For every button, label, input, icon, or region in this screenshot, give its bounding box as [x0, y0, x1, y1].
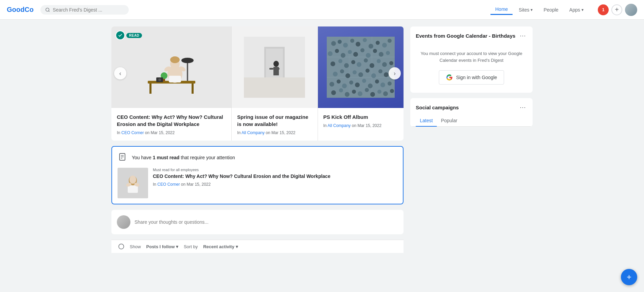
svg-rect-25: [244, 77, 305, 98]
social-campaigns-more-button[interactable]: ⋯: [518, 103, 527, 112]
nav-home[interactable]: Home: [490, 4, 513, 15]
svg-rect-11: [187, 60, 188, 81]
svg-point-89: [383, 91, 388, 96]
must-read-banner: You have 1 must read that require your a…: [111, 146, 404, 204]
svg-rect-4: [192, 84, 194, 94]
header-actions: 1 +: [598, 4, 637, 16]
notification-badge[interactable]: 1: [598, 4, 609, 15]
main-nav: Home Sites ▾ People Apps ▾: [490, 4, 588, 15]
svg-point-83: [345, 92, 350, 97]
svg-point-68: [378, 69, 382, 73]
sort-select[interactable]: Recent activity ▾: [203, 244, 238, 249]
svg-point-46: [360, 48, 364, 52]
read-badge-wrapper: READ: [115, 31, 142, 40]
svg-point-61: [333, 72, 338, 76]
chevron-posts-icon: ▾: [176, 244, 178, 249]
tab-latest[interactable]: Latest: [416, 115, 437, 127]
svg-point-101: [119, 244, 124, 249]
carousel-slide-2[interactable]: Spring issue of our magazine is now avai…: [232, 26, 317, 141]
slide-2-location-link[interactable]: All Company: [242, 130, 265, 135]
calendar-widget: Events from Google Calendar - Birthdays …: [410, 26, 533, 93]
svg-point-53: [344, 63, 349, 68]
social-campaigns-tabs: Latest Popular: [410, 115, 533, 127]
search-icon: [45, 7, 50, 13]
svg-point-32: [338, 40, 342, 44]
article-location-link[interactable]: CEO Corner: [157, 182, 180, 187]
svg-point-90: [390, 89, 394, 93]
slide-3-meta: In All Company on Mar 15, 2022: [323, 123, 398, 128]
search-bar[interactable]: [40, 5, 129, 15]
article-meta: In CEO Corner on Mar 15, 2022: [153, 182, 397, 187]
app-logo[interactable]: GoodCo: [7, 6, 34, 14]
calendar-more-button[interactable]: ⋯: [518, 31, 527, 40]
calendar-connect-text: You must connect your account to view yo…: [416, 50, 527, 63]
sort-icon: [118, 243, 124, 250]
svg-point-69: [384, 72, 389, 77]
slide-1-info: CEO Content: Why Act? Why Now? Cultural …: [111, 108, 231, 141]
svg-point-84: [352, 90, 356, 94]
svg-point-58: [377, 59, 381, 63]
slide-3-info: PS Kick Off Album In All Company on Mar …: [318, 108, 404, 133]
slide-1-title: CEO Content: Why Act? Why Now? Cultural …: [117, 113, 226, 128]
svg-point-37: [369, 44, 373, 49]
slide-3-image: [318, 26, 404, 108]
svg-point-44: [348, 50, 352, 54]
svg-point-59: [382, 62, 387, 67]
article-info: Must read for all employees CEO Content:…: [153, 168, 397, 187]
posts-filter[interactable]: Posts I follow ▾: [146, 244, 178, 249]
svg-rect-24: [275, 68, 280, 70]
svg-point-40: [388, 39, 392, 43]
nav-sites[interactable]: Sites ▾: [514, 5, 537, 15]
gallery-illustration: [244, 37, 305, 98]
svg-point-88: [377, 90, 381, 94]
main-layout: READ ‹: [105, 20, 539, 260]
slide-3-location-link[interactable]: All Company: [327, 123, 351, 128]
svg-point-97: [129, 176, 136, 184]
svg-rect-3: [149, 84, 151, 94]
svg-point-52: [338, 59, 342, 63]
svg-point-77: [368, 84, 373, 88]
avatar[interactable]: [625, 4, 637, 16]
add-button[interactable]: +: [611, 4, 622, 15]
carousel-slide-1[interactable]: CEO Content: Why Act? Why Now? Cultural …: [111, 26, 231, 141]
tab-popular[interactable]: Popular: [437, 115, 461, 127]
svg-point-33: [343, 43, 348, 48]
svg-point-38: [376, 41, 380, 45]
carousel-next-button[interactable]: ›: [389, 67, 401, 79]
svg-rect-23: [269, 68, 273, 70]
svg-point-43: [341, 53, 345, 58]
svg-point-81: [331, 90, 336, 95]
svg-point-55: [357, 62, 361, 67]
svg-point-56: [364, 58, 368, 62]
desk-illustration: [138, 37, 205, 98]
slide-1-location-link[interactable]: CEO Corner: [121, 130, 144, 135]
search-input[interactable]: [53, 7, 124, 13]
svg-point-21: [273, 61, 279, 67]
svg-point-64: [353, 70, 357, 74]
thought-input[interactable]: [135, 219, 398, 225]
carousel: READ ‹: [111, 26, 404, 141]
svg-point-67: [371, 73, 376, 78]
article-thumbnail: [118, 168, 148, 198]
carousel-prev-button[interactable]: ‹: [114, 67, 126, 79]
read-circle-icon: [115, 31, 125, 40]
svg-point-75: [355, 83, 360, 87]
google-signin-button[interactable]: Sign in with Google: [439, 70, 504, 85]
slide-3-title: PS Kick Off Album: [323, 113, 398, 121]
slide-2-image: [232, 26, 317, 108]
nav-people[interactable]: People: [539, 5, 563, 15]
social-campaigns-header: Social campaigns ⋯: [410, 98, 533, 115]
google-signin-label: Sign in with Google: [456, 75, 497, 80]
svg-point-66: [365, 69, 370, 73]
svg-point-31: [331, 41, 336, 46]
svg-point-74: [349, 80, 353, 85]
svg-line-1: [49, 11, 50, 12]
nav-apps[interactable]: Apps ▾: [565, 5, 588, 15]
svg-point-48: [373, 49, 377, 53]
svg-rect-98: [128, 185, 138, 193]
svg-point-39: [382, 43, 387, 48]
svg-point-9: [170, 56, 180, 63]
svg-point-54: [351, 60, 355, 64]
carousel-slide-3[interactable]: PS Kick Off Album In All Company on Mar …: [318, 26, 404, 141]
social-campaigns-widget: Social campaigns ⋯ Latest Popular: [410, 98, 533, 127]
